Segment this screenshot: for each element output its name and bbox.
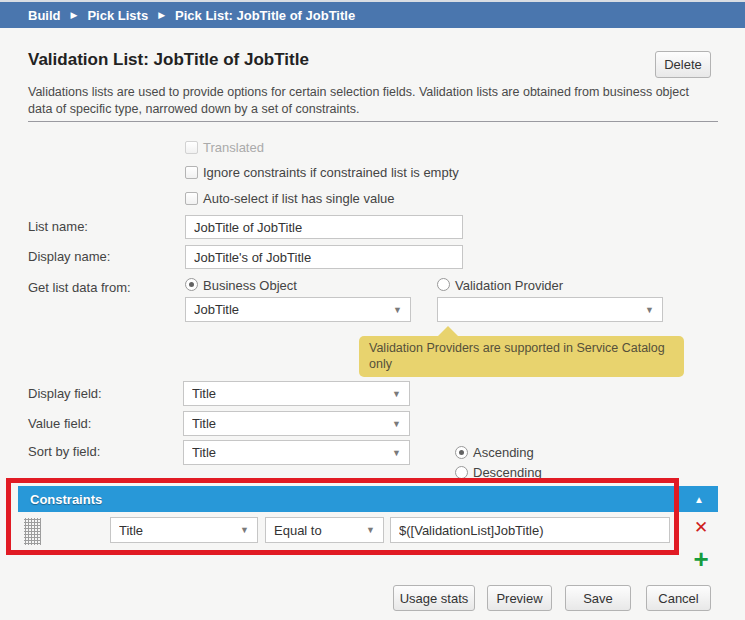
constraint-operator-value: Equal to <box>274 523 362 538</box>
page-title: Validation List: JobTitle of JobTitle <box>28 50 309 70</box>
value-field-dropdown-value: Title <box>192 416 388 431</box>
ignore-constraints-checkbox[interactable] <box>185 166 198 179</box>
sort-by-field-dropdown-value: Title <box>192 445 388 460</box>
breadcrumb-item-pick-lists[interactable]: Pick Lists <box>87 8 148 23</box>
breadcrumb: Build ▶ Pick Lists ▶ Pick List: JobTitle… <box>0 0 745 28</box>
breadcrumb-arrow-icon: ▶ <box>158 10 165 20</box>
constraint-operator-dropdown[interactable]: Equal to ▼ <box>265 517 384 543</box>
chevron-down-icon: ▼ <box>392 389 401 399</box>
constraint-field-dropdown[interactable]: Title ▼ <box>110 517 258 543</box>
cancel-button[interactable]: Cancel <box>646 585 711 611</box>
business-object-label: Business Object <box>203 278 297 293</box>
value-field-dropdown[interactable]: Title ▼ <box>183 411 410 436</box>
get-list-data-from-label: Get list data from: <box>28 280 131 295</box>
constraints-section-header: Constraints ▲ <box>18 486 718 512</box>
auto-select-checkbox[interactable] <box>185 192 198 205</box>
validation-provider-label: Validation Provider <box>455 278 563 293</box>
add-constraint-icon[interactable]: + <box>689 546 713 572</box>
validation-provider-radio[interactable] <box>437 278 450 291</box>
list-name-label: List name: <box>28 219 88 234</box>
delete-button[interactable]: Delete <box>655 51 711 78</box>
list-name-input[interactable] <box>185 215 463 239</box>
business-object-dropdown[interactable]: JobTitle ▼ <box>185 297 411 322</box>
chevron-down-icon: ▼ <box>240 525 249 535</box>
business-object-radio[interactable] <box>185 278 198 291</box>
chevron-down-icon: ▼ <box>366 525 375 535</box>
descending-radio[interactable] <box>455 466 468 479</box>
sort-by-field-dropdown[interactable]: Title ▼ <box>183 440 410 465</box>
breadcrumb-item-current: Pick List: JobTitle of JobTitle <box>175 8 355 23</box>
chevron-down-icon: ▼ <box>392 419 401 429</box>
chevron-down-icon: ▼ <box>645 305 654 315</box>
collapse-arrow-icon[interactable]: ▲ <box>694 494 704 505</box>
validation-list-editor: Build ▶ Pick Lists ▶ Pick List: JobTitle… <box>0 0 745 620</box>
display-name-label: Display name: <box>28 249 110 264</box>
constraint-value-input[interactable] <box>390 517 670 543</box>
chevron-down-icon: ▼ <box>393 305 402 315</box>
validation-provider-tooltip: Validation Providers are supported in Se… <box>359 336 684 377</box>
translated-checkbox <box>185 141 198 154</box>
business-object-dropdown-value: JobTitle <box>194 302 389 317</box>
descending-label: Descending <box>473 465 542 480</box>
drag-handle-icon[interactable] <box>24 518 41 545</box>
ascending-label: Ascending <box>473 445 534 460</box>
ascending-radio[interactable] <box>455 446 468 459</box>
validation-provider-dropdown[interactable]: ▼ <box>437 297 663 322</box>
display-field-dropdown-value: Title <box>192 386 388 401</box>
display-field-label: Display field: <box>28 386 102 401</box>
display-name-input[interactable] <box>185 245 463 269</box>
sort-by-field-label: Sort by field: <box>28 444 100 459</box>
display-field-dropdown[interactable]: Title ▼ <box>183 381 410 406</box>
value-field-label: Value field: <box>28 416 91 431</box>
translated-label: Translated <box>203 140 264 155</box>
divider <box>28 121 718 122</box>
constraint-field-value: Title <box>119 523 236 538</box>
ignore-constraints-label: Ignore constraints if constrained list i… <box>203 165 459 180</box>
remove-constraint-icon[interactable]: ✕ <box>691 517 711 537</box>
save-button[interactable]: Save <box>565 585 631 611</box>
chevron-down-icon: ▼ <box>392 448 401 458</box>
auto-select-label: Auto-select if list has single value <box>203 191 394 206</box>
page-description: Validations lists are used to provide op… <box>28 84 696 118</box>
breadcrumb-arrow-icon: ▶ <box>71 10 78 20</box>
constraints-title: Constraints <box>30 492 102 507</box>
breadcrumb-item-build[interactable]: Build <box>28 8 61 23</box>
preview-button[interactable]: Preview <box>487 585 552 611</box>
usage-stats-button[interactable]: Usage stats <box>393 585 475 611</box>
